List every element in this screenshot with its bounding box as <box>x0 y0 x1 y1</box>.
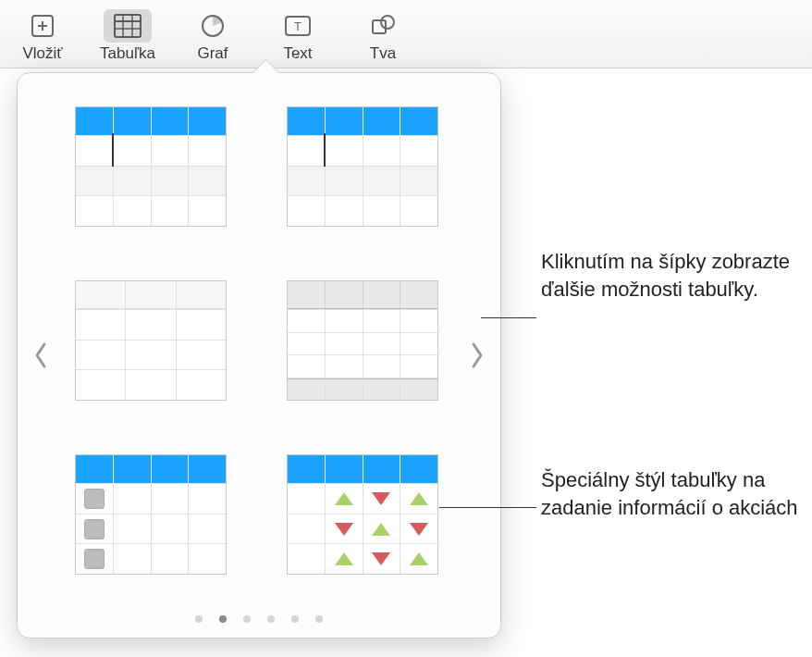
page-dot-2[interactable] <box>219 615 227 623</box>
pie-chart-icon <box>189 9 237 43</box>
next-page-arrow[interactable] <box>463 328 491 383</box>
table-icon <box>104 9 152 43</box>
stock-up-icon <box>410 552 428 565</box>
stock-up-icon <box>372 523 390 536</box>
callout-stock: Špeciálny štýl tabuľky na zadanie inform… <box>541 466 809 521</box>
table-style-plain[interactable] <box>75 280 227 401</box>
stock-down-icon <box>335 523 353 536</box>
stock-up-icon <box>335 492 353 505</box>
toolbar-table-label: Tabuľka <box>100 44 155 63</box>
toolbar-shape-label: Tva <box>370 44 396 63</box>
toolbar-insert[interactable]: Vložiť <box>0 6 85 63</box>
svg-text:T: T <box>294 19 301 33</box>
toolbar-insert-label: Vložiť <box>22 44 62 63</box>
table-style-blue-2[interactable] <box>287 106 438 227</box>
page-dot-5[interactable] <box>291 615 299 623</box>
stock-down-icon <box>372 552 390 565</box>
stock-down-icon <box>410 523 428 536</box>
page-dot-3[interactable] <box>243 615 251 623</box>
table-style-grid <box>75 106 443 562</box>
prev-page-arrow[interactable] <box>27 328 55 383</box>
toolbar-table[interactable]: Tabuľka <box>85 6 170 63</box>
stock-up-icon <box>335 552 353 565</box>
table-style-checkboxes[interactable] <box>75 454 227 575</box>
page-indicator <box>18 615 500 623</box>
plus-square-icon <box>18 9 67 43</box>
table-style-grey-footer[interactable] <box>287 280 438 401</box>
toolbar-textbox-label: Text <box>283 44 312 63</box>
svg-point-12 <box>381 16 394 29</box>
checkbox-icon <box>84 519 105 539</box>
toolbar-chart[interactable]: Graf <box>170 6 255 63</box>
table-styles-popover <box>17 72 501 638</box>
svg-rect-3 <box>115 15 141 37</box>
table-style-blue-1[interactable] <box>75 106 227 227</box>
toolbar-chart-label: Graf <box>197 44 228 63</box>
page-dot-6[interactable] <box>315 615 323 623</box>
checkbox-icon <box>84 549 105 569</box>
page-dot-1[interactable] <box>195 615 203 623</box>
toolbar-textbox[interactable]: T Text <box>255 6 340 63</box>
toolbar-shape[interactable]: Tva <box>340 6 425 63</box>
page-dot-4[interactable] <box>267 615 275 623</box>
checkbox-icon <box>84 489 105 509</box>
callout-arrows: Kliknutím na šípky zobrazte ďalšie možno… <box>541 248 800 303</box>
callout-line-arrows <box>481 317 536 318</box>
shape-icon <box>359 9 407 43</box>
callout-line-stock <box>439 507 536 508</box>
toolbar: Vložiť Tabuľka Graf T Text Tva <box>0 0 812 68</box>
stock-down-icon <box>372 492 390 505</box>
text-box-icon: T <box>274 9 322 43</box>
table-style-stock-arrows[interactable] <box>287 454 438 575</box>
stock-up-icon <box>410 492 428 505</box>
